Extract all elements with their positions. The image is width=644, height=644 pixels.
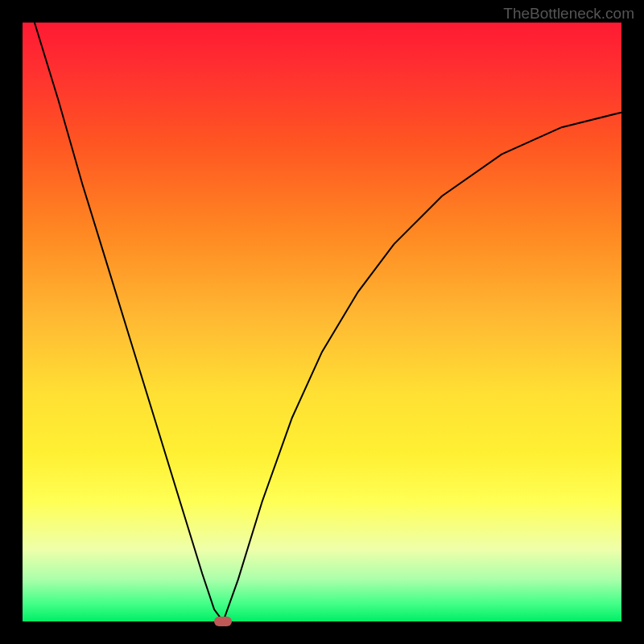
watermark-text: TheBottleneck.com xyxy=(503,5,634,23)
minimum-marker xyxy=(214,617,232,626)
chart-plot-area xyxy=(23,23,621,621)
chart-curves xyxy=(23,23,621,621)
curve-left-branch xyxy=(35,23,223,621)
curve-right-branch xyxy=(223,113,621,621)
